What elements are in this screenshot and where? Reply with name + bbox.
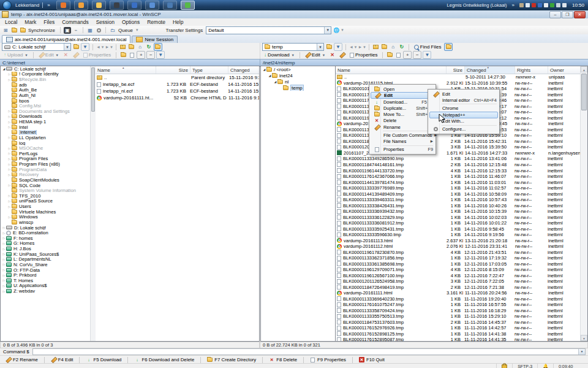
queue-icon[interactable]: 🗀 [109, 27, 116, 34]
tree-collapsed-icon[interactable]: ▷ [2, 226, 6, 229]
winscp-taskbar-icon[interactable] [181, 1, 195, 10]
tree-item-g-homes[interactable]: ▷G: Homes [1, 241, 95, 247]
column-header-size[interactable]: Size [156, 66, 190, 74]
tree-collapsed-icon[interactable]: ▷ [7, 136, 12, 139]
tree-item-programdata[interactable]: ▷ProgramData [1, 167, 95, 172]
outlook-taskbar-icon[interactable] [74, 1, 88, 10]
tree-item-windows[interactable]: ▷Windows [1, 215, 95, 220]
document-app-taskbar-icon[interactable] [145, 1, 159, 10]
new-session-tab[interactable]: New Session [132, 36, 178, 43]
tree-toggle-icon[interactable] [154, 43, 162, 51]
tree-expanded-icon[interactable]: ◢ [2, 67, 6, 71]
menu-item-rename[interactable]: RenameF2 [371, 124, 434, 130]
delete-button[interactable]: ✕ [328, 52, 336, 59]
file-row[interactable]: BLK00001133362371856.tmp1 KB12-11-2016 1… [336, 255, 587, 261]
menu-local[interactable]: Local [1, 18, 21, 26]
file-row[interactable]: BLK00001133336081912.tmp1 KB14-11-2016 1… [336, 220, 587, 226]
tree-item-adb[interactable]: adb [1, 82, 95, 88]
file-row[interactable]: BLK00001133336939432.tmp1 KB14-11-2016 1… [336, 209, 587, 215]
column-header-changed[interactable]: Changed [228, 66, 258, 74]
fkey-f4-edit[interactable]: F4 Edit [47, 356, 77, 364]
queue-button[interactable]: Queue [118, 28, 133, 33]
refresh-remote-icon[interactable]: ▦ [86, 27, 94, 34]
tree-collapsed-icon[interactable]: ▷ [2, 263, 6, 266]
tree-expanded-icon[interactable]: ◢ [268, 74, 272, 77]
start-button[interactable] [2, 1, 12, 10]
filter-icon[interactable]: ▼ [423, 51, 431, 59]
taskbar-overflow-chevron[interactable]: » [47, 2, 50, 8]
tree-item-users[interactable]: ▷Users [1, 204, 95, 209]
combo-arrow-icon[interactable]: ▼ [317, 44, 323, 50]
back-icon[interactable]: ◄ ▾ [96, 45, 104, 50]
tree-collapsed-icon[interactable]: ▷ [7, 109, 12, 113]
combo-arrow-icon[interactable]: ▼ [64, 44, 70, 50]
file-row[interactable]: BLK00001176152898125.tmp1 KB11-11-2016 1… [336, 331, 587, 337]
synchronize-icon[interactable] [19, 27, 26, 34]
file-row[interactable]: ..Parent directory15-11-2016 9:35:57 [96, 74, 259, 81]
tree-item-sql-code[interactable]: ▷SQL Code [1, 183, 95, 188]
tree-item-hema-step-1[interactable]: ▷HEMA step 1 [1, 119, 95, 125]
tree-item-n-corvu-share[interactable]: ▷N: CorVu_Share [1, 262, 95, 267]
tree-item-c-lokale-schijf[interactable]: ◢C: Lokale schijf [1, 66, 95, 72]
column-header-name[interactable]: ▴Name [96, 66, 156, 74]
tree-item-perflogs[interactable]: ▷PerfLogs [1, 151, 95, 156]
sync-green-tray-icon[interactable] [550, 3, 554, 7]
tree-collapsed-icon[interactable]: ▷ [7, 125, 12, 129]
file-row[interactable]: BLK00001184753137603.tmp2 KB11-11-2016 1… [336, 320, 587, 326]
edit-button[interactable]: Edit▼ [37, 52, 61, 59]
file-row[interactable]: BLK00001144139781474.tmp1 KB14-11-2016 1… [336, 179, 587, 185]
new-folder-icon[interactable] [386, 52, 393, 58]
dock-icon[interactable]: ⊞ [2, 27, 9, 34]
file-row[interactable]: BLK00001176152895087.tmp1 KB11-11-2016 1… [336, 337, 587, 342]
file-row[interactable]: BLK00001196126567100.tmp4 KB12-11-2016 7… [336, 273, 587, 279]
tree-item-l-departmentsnl[interactable]: ▷L: DepartmentsNL [1, 257, 95, 263]
file-row[interactable]: BLK00001196129709071.tmp4 KB12-11-2016 8… [336, 267, 587, 273]
upload-button[interactable]: ↑Upload▼ [2, 52, 30, 59]
file-row[interactable]: inetapp_be.ecf1.723 KBECF-bestand14-11-2… [96, 81, 259, 88]
file-row[interactable]: BLK00001133369640230.tmp1 KB11-11-2016 1… [336, 296, 587, 302]
fkey-f7-create-directory[interactable]: F7 Create Directory [203, 356, 260, 364]
expand-icon[interactable]: + [403, 51, 412, 59]
tree-item-auth-nl[interactable]: Auth_Nl [1, 93, 95, 98]
synchronize-button[interactable]: Synchronize [28, 28, 55, 33]
download-button[interactable]: ↓Download▼ [262, 52, 296, 59]
file-row[interactable]: vardump-20161111.ht...52 KBChrome HTML D… [96, 94, 259, 101]
menu-item-download[interactable]: ↓Download...F5▶ [371, 99, 434, 105]
tree-collapsed-icon[interactable]: ▷ [7, 183, 12, 187]
close-button[interactable]: ✕ [574, 11, 586, 18]
menu-item-edit[interactable]: Edit▶ [371, 92, 434, 99]
tree-collapsed-icon[interactable]: ▷ [7, 199, 12, 203]
collapse-icon[interactable]: − [413, 51, 421, 59]
file-row[interactable]: BLK00001201126524958.tmp3 KB12-11-2016 7… [336, 278, 587, 285]
refresh-icon[interactable]: ↻ [145, 44, 153, 50]
parent-directory-icon[interactable] [372, 44, 380, 50]
tree-collapsed-icon[interactable]: ▷ [7, 120, 12, 124]
tree-item-config-msi[interactable]: Config.Msi [1, 103, 95, 109]
console-icon[interactable]: ▣ [64, 27, 71, 34]
filter-icon[interactable]: ▼ [156, 51, 165, 59]
left-drive-combo[interactable]: C: Lokale schijf ▼ [2, 43, 71, 51]
tree-collapsed-icon[interactable]: ▷ [7, 72, 12, 76]
tree-collapsed-icon[interactable]: ▷ [2, 258, 6, 261]
remote-desktop-taskbar-icon[interactable] [163, 1, 177, 10]
input-language-label[interactable]: Legmis Ontwikkeling (Lokaal) [447, 2, 507, 8]
tree-item-bpos[interactable]: bpos [1, 98, 95, 104]
forward-icon[interactable]: ► ▾ [358, 45, 365, 50]
media-app-taskbar-icon[interactable] [110, 1, 124, 10]
session-tab-active[interactable]: aix-inet24-001/unipaas@aix-inet24-001.mo… [2, 35, 130, 43]
tree-item-u-applications[interactable]: ▷U: Applications$ [1, 283, 95, 289]
file-row[interactable]: BLK00001133355750513.tmp1 KB11-11-2016 1… [336, 313, 587, 320]
collapse-icon[interactable]: − [146, 51, 155, 59]
tree-collapsed-icon[interactable]: ▷ [7, 215, 12, 219]
menu-item-file-names[interactable]: File Names▶ [371, 138, 434, 144]
firefox-taskbar-icon[interactable] [56, 1, 70, 10]
tree-collapsed-icon[interactable]: ▷ [7, 157, 12, 161]
command-input[interactable]: ▼ [32, 348, 586, 355]
menu-item-file-custom-commands[interactable]: File Custom Commands▶ [371, 132, 434, 138]
new-file-icon[interactable] [394, 52, 402, 58]
tree-item-documents-and-settings[interactable]: ▷Documents and Settings [1, 109, 95, 114]
rename-button[interactable] [71, 52, 80, 59]
menu-item-configure[interactable]: Configure... [429, 126, 498, 132]
menu-item-duplicate[interactable]: Duplicate...Shift+F5 [371, 105, 434, 111]
maximize-button[interactable]: ❐ [562, 11, 573, 18]
